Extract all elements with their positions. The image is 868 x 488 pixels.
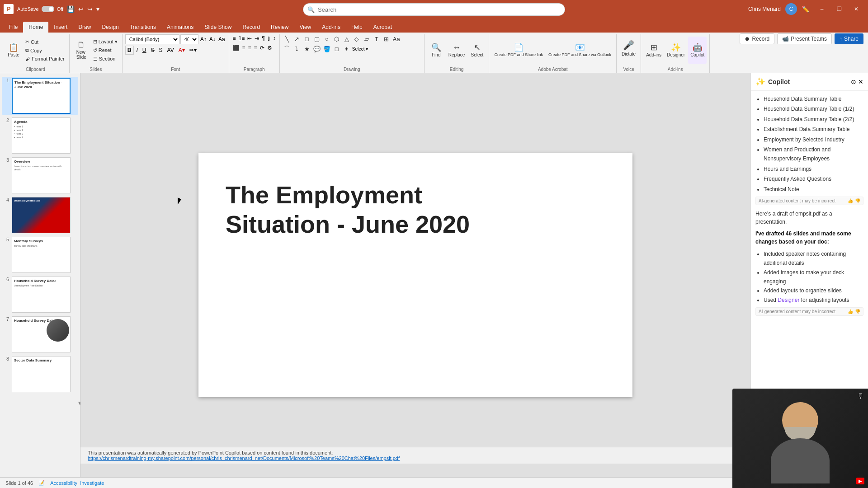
tab-review[interactable]: Review	[265, 22, 294, 33]
share-button[interactable]: ↑ Share	[835, 33, 863, 44]
callout-shape[interactable]: 💬	[312, 44, 321, 53]
dictate-button[interactable]: 🎤 Dictate	[619, 34, 638, 61]
diamond-shape[interactable]: ◇	[352, 34, 361, 43]
save-icon[interactable]: 💾	[67, 5, 75, 13]
autosave-toggle[interactable]	[42, 6, 54, 12]
tab-addins[interactable]: Add-ins	[316, 22, 346, 33]
shadow-button[interactable]: S	[157, 46, 165, 54]
align-center-button[interactable]: ≡	[241, 44, 246, 52]
spacing-button[interactable]: AV	[165, 46, 176, 54]
tab-insert[interactable]: Insert	[48, 22, 73, 33]
copy-button[interactable]: ⧉Copy	[24, 47, 66, 54]
star-shape[interactable]: ★	[302, 44, 311, 53]
find-button[interactable]: 🔍 Find	[427, 42, 445, 59]
slide-thumb-5[interactable]: 5 Monthly Surveys Survey data and charts	[2, 236, 78, 274]
designer-button[interactable]: ✨ Designer	[665, 37, 687, 64]
curve-shape[interactable]: ⌒	[283, 44, 292, 53]
smartart-button[interactable]: ⚙	[266, 44, 273, 52]
thumbs-up-icon[interactable]: 👍	[848, 198, 853, 203]
numbering-button[interactable]: 1≡	[238, 34, 246, 42]
record-button[interactable]: ⏺ Record	[740, 33, 774, 44]
decrease-font-button[interactable]: A↓	[208, 35, 217, 43]
slide-thumb-3[interactable]: 3 Overview Lorem ipsum text content over…	[2, 156, 78, 194]
clear-format-button[interactable]: Aa	[217, 35, 226, 43]
slide-thumb-2[interactable]: 2 Agenda • Item 1• Item 2• Item 3• Item …	[2, 117, 78, 155]
shape-outline-btn[interactable]: □	[332, 44, 341, 53]
notes-icon[interactable]: 📝	[38, 480, 45, 486]
tab-acrobat[interactable]: Acrobat	[368, 22, 397, 33]
triangle-shape[interactable]: △	[342, 34, 351, 43]
bold-button[interactable]: B	[125, 46, 134, 55]
shape-fill-btn[interactable]: 🪣	[322, 44, 331, 53]
bullets-button[interactable]: ≡	[232, 34, 237, 42]
rtl-button[interactable]: ¶	[261, 34, 265, 42]
font-color-button[interactable]: A▾	[177, 46, 187, 54]
quick-styles-button[interactable]: Aa	[392, 34, 401, 43]
layout-button[interactable]: ⊟Layout ▾	[91, 38, 119, 46]
arrow-shape[interactable]: ↗	[292, 34, 302, 43]
italic-button[interactable]: I	[135, 46, 140, 54]
parallelogram-shape[interactable]: ▱	[362, 34, 371, 43]
underline-button[interactable]: U	[141, 46, 148, 54]
copilot-close-button[interactable]: ✕	[858, 78, 863, 85]
edit-icon[interactable]: ✏️	[802, 5, 809, 13]
thumbs-down-icon-2[interactable]: 👎	[855, 309, 860, 314]
tab-design[interactable]: Design	[96, 22, 124, 33]
line-shape[interactable]: ╲	[283, 34, 292, 43]
present-teams-button[interactable]: 📹 Present Teams	[777, 33, 832, 44]
indent-increase-button[interactable]: ⇥	[254, 34, 260, 42]
slide-thumb-1[interactable]: 1 The Employment Situation - June 2020	[2, 77, 78, 115]
tab-view[interactable]: View	[294, 22, 316, 33]
slide-thumb-6[interactable]: 6 Household Survey Data: Unemployment Ra…	[2, 276, 78, 314]
tab-record[interactable]: Record	[237, 22, 265, 33]
tab-draw[interactable]: Draw	[73, 22, 96, 33]
slide-thumb-7[interactable]: 7 Household Survey Data	[2, 315, 78, 353]
connector-shape[interactable]: ⤵	[292, 44, 302, 53]
more-shapes[interactable]: ⬡	[332, 34, 341, 43]
oval-shape[interactable]: ○	[322, 34, 331, 43]
tab-slideshow[interactable]: Slide Show	[199, 22, 237, 33]
columns-button[interactable]: ⫿	[267, 34, 271, 42]
select-button[interactable]: ↖ Select	[468, 42, 486, 59]
footer-link[interactable]: https://chrismenardtraining-my.sharepoin…	[88, 455, 400, 461]
addins-button[interactable]: ⊞ Add-ins	[644, 37, 664, 64]
highlight-button[interactable]: ✏▾	[188, 46, 198, 54]
accessibility-button[interactable]: Accessibility: Investigate	[50, 480, 104, 486]
restore-button[interactable]: ❐	[831, 2, 847, 16]
reset-button[interactable]: ↺Reset	[91, 47, 119, 54]
align-right-button[interactable]: ≡	[247, 44, 252, 52]
round-rect-shape[interactable]: ▢	[312, 34, 321, 43]
create-pdf-button[interactable]: 📄 Create PDF and Share link	[492, 37, 545, 64]
undo-icon[interactable]: ↩	[78, 5, 84, 13]
new-slide-button[interactable]: 🗋 NewSlide	[72, 37, 90, 64]
designer-link[interactable]: Designer	[778, 297, 799, 303]
select-dropdown[interactable]: Select ▾	[352, 47, 368, 52]
thumbs-up-icon-2[interactable]: 👍	[848, 309, 853, 314]
align-left-button[interactable]: ⬛	[232, 44, 241, 52]
shape-effects-btn[interactable]: ✦	[342, 44, 351, 53]
justify-button[interactable]: ≡	[253, 44, 258, 52]
paste-button[interactable]: 📋 Paste	[5, 37, 23, 64]
slide-thumb-4[interactable]: 4 Unemployment Rate	[2, 196, 78, 234]
text-box-shape[interactable]: T	[372, 34, 381, 43]
increase-font-button[interactable]: A↑	[199, 35, 208, 43]
text-direction-button[interactable]: ⟳	[259, 44, 265, 52]
section-button[interactable]: ☰Section	[91, 55, 119, 63]
cut-button[interactable]: ✂Cut	[24, 38, 66, 46]
replace-button[interactable]: ↔ Replace	[446, 42, 467, 59]
rect-shape[interactable]: □	[302, 34, 311, 43]
more-icon[interactable]: ▾	[96, 5, 99, 13]
indent-decrease-button[interactable]: ⇤	[246, 34, 253, 42]
tab-home[interactable]: Home	[23, 22, 48, 33]
search-input[interactable]	[303, 3, 565, 16]
tab-help[interactable]: Help	[346, 22, 368, 33]
tab-animations[interactable]: Animations	[161, 22, 199, 33]
strikethrough-button[interactable]: S̶	[149, 46, 156, 54]
arrange-button[interactable]: ⊞	[382, 34, 391, 43]
redo-icon[interactable]: ↪	[87, 5, 93, 13]
thumbs-down-icon[interactable]: 👎	[855, 198, 860, 203]
font-name-select[interactable]: Calibri (Body)	[125, 34, 179, 44]
close-button[interactable]: ✕	[848, 2, 864, 16]
scroll-down-button[interactable]: ▼	[77, 399, 80, 407]
font-size-select[interactable]: 40	[180, 34, 198, 44]
